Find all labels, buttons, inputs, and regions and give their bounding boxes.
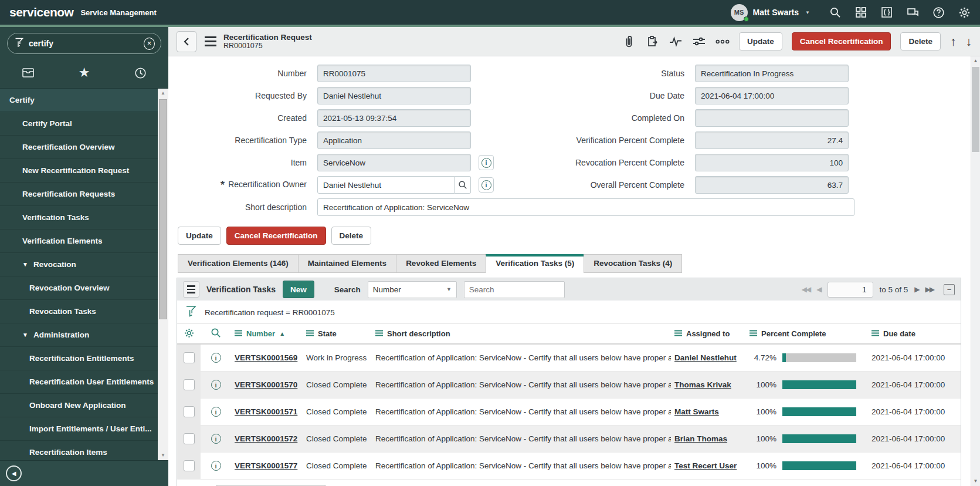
collapse-sidebar-icon[interactable]: ◀ — [6, 465, 22, 481]
chat-icon[interactable] — [906, 6, 919, 19]
sidebar-item[interactable]: Certify Portal — [0, 112, 158, 136]
column-header-short-description[interactable]: Short description — [372, 329, 671, 338]
cancel-recertification-button[interactable]: Cancel Recertification — [792, 32, 891, 50]
column-menu-icon[interactable] — [375, 329, 383, 338]
due-date-field[interactable]: 2021-06-04 17:00:00 — [695, 87, 849, 104]
item-field[interactable]: ServiceNow — [317, 154, 471, 171]
column-header-due-date[interactable]: Due date — [868, 329, 961, 338]
column-header-number[interactable]: Number ▲ — [231, 329, 303, 338]
navigator-search-input[interactable] — [29, 39, 144, 48]
show-filter-icon[interactable] — [692, 35, 706, 49]
activity-stream-icon[interactable] — [669, 35, 683, 49]
requested-by-field[interactable]: Daniel Nestlehut — [317, 87, 471, 104]
previous-page-icon[interactable]: ◀ — [816, 285, 820, 293]
attachment-icon[interactable] — [622, 35, 636, 49]
sidebar-item[interactable]: Recertification Entitlements — [0, 347, 158, 370]
avatar[interactable]: MS — [731, 4, 748, 21]
owner-info-button[interactable]: i — [479, 177, 494, 193]
short-description-field[interactable]: Recertification of Application: ServiceN… — [317, 198, 854, 216]
next-record-icon[interactable]: ↓ — [966, 35, 972, 49]
sidebar-item[interactable]: Recertification Overview — [0, 136, 158, 159]
number-field[interactable]: RR0001075 — [317, 65, 471, 82]
column-menu-icon[interactable] — [235, 329, 242, 338]
global-search-icon[interactable] — [829, 6, 842, 19]
more-options-icon[interactable] — [715, 35, 730, 49]
gear-icon[interactable] — [958, 6, 971, 19]
sidebar-item[interactable]: Recertification User Entitlements — [0, 370, 158, 394]
sidebar-item[interactable]: ▼Administration — [0, 323, 158, 347]
collapse-list-icon[interactable]: − — [944, 284, 955, 295]
last-page-icon[interactable]: ▶▶ — [925, 285, 934, 293]
sidebar-item[interactable]: Certify — [0, 89, 158, 112]
sidebar-item[interactable]: Verification Elements — [0, 230, 158, 253]
personalize-list-gear-icon[interactable] — [184, 328, 195, 340]
task-number-link[interactable]: VERTSK0001569 — [235, 353, 297, 362]
navigator-search[interactable]: × — [7, 33, 161, 54]
related-list-tab[interactable]: Revocation Tasks (4) — [584, 254, 682, 273]
clear-search-icon[interactable]: × — [144, 38, 155, 50]
row-checkbox[interactable] — [184, 379, 195, 390]
scroll-up-icon[interactable]: ▲ — [971, 56, 980, 66]
reference-lookup-icon[interactable] — [455, 176, 471, 194]
sidebar-item[interactable]: New Recertification Request — [0, 159, 158, 183]
assigned-to-link[interactable]: Test Recert User — [674, 461, 737, 470]
row-info-icon[interactable]: i — [211, 407, 221, 417]
column-header-percent-complete[interactable]: Percent Complete — [746, 329, 868, 338]
sidebar-item[interactable]: ▼Revocation — [0, 253, 158, 276]
recertification-type-field[interactable]: Application — [317, 131, 471, 149]
sidebar-item[interactable]: Revocation Tasks — [0, 300, 158, 323]
created-field[interactable]: 2021-05-13 09:37:54 — [317, 109, 471, 127]
first-page-icon[interactable]: ◀◀ — [802, 285, 810, 293]
column-menu-icon[interactable] — [750, 329, 757, 338]
assigned-to-link[interactable]: Thomas Krivak — [674, 380, 731, 389]
task-number-link[interactable]: VERTSK0001577 — [235, 461, 297, 470]
sidebar-item[interactable]: Recertification Items — [0, 441, 158, 460]
cancel-recertification-button-bottom[interactable]: Cancel Recertification — [226, 227, 326, 245]
scroll-down-icon[interactable]: ▼ — [158, 451, 168, 460]
item-info-button[interactable]: i — [479, 155, 494, 170]
main-scrollbar[interactable]: ▲ ▼ — [971, 56, 980, 486]
row-info-icon[interactable]: i — [211, 380, 221, 390]
scroll-down-icon[interactable]: ▼ — [971, 477, 980, 486]
user-menu[interactable]: MS Matt Swarts ▼ — [731, 4, 811, 21]
expanded-arrow-icon[interactable]: ▼ — [22, 332, 28, 338]
favorites-tab[interactable]: ★ — [56, 63, 113, 82]
funnel-icon[interactable] — [185, 305, 196, 319]
back-button[interactable] — [177, 31, 196, 52]
previous-record-icon[interactable]: ↑ — [950, 35, 957, 49]
related-list-tab[interactable]: Verification Tasks (5) — [486, 254, 584, 273]
sidebar-item[interactable]: Revocation Overview — [0, 276, 158, 300]
all-applications-tab[interactable] — [0, 63, 56, 82]
filter-breadcrumb[interactable]: Recertification request = RR0001075 — [205, 308, 335, 317]
sidebar-scrollbar[interactable]: ▲ ▼ — [158, 89, 168, 460]
next-page-icon[interactable]: ▶ — [914, 285, 918, 293]
related-list-tab[interactable]: Revoked Elements — [396, 254, 486, 273]
update-button-bottom[interactable]: Update — [178, 227, 221, 245]
task-number-link[interactable]: VERTSK0001570 — [235, 380, 297, 389]
task-number-link[interactable]: VERTSK0001572 — [235, 434, 297, 443]
list-search-input[interactable] — [464, 281, 565, 298]
scrollbar-thumb[interactable] — [159, 99, 167, 319]
row-checkbox[interactable] — [184, 406, 195, 417]
history-tab[interactable] — [112, 63, 168, 82]
assigned-to-link[interactable]: Daniel Nestlehut — [674, 353, 737, 362]
row-checkbox[interactable] — [184, 352, 195, 363]
column-header-state[interactable]: State — [303, 329, 372, 338]
clipboard-icon[interactable] — [645, 35, 659, 49]
related-list-tab[interactable]: Verification Elements (146) — [178, 254, 299, 273]
column-search-icon[interactable] — [211, 328, 221, 340]
sidebar-item[interactable]: Recertification Requests — [0, 183, 158, 206]
column-menu-icon[interactable] — [872, 329, 879, 338]
column-menu-icon[interactable] — [674, 329, 682, 338]
record-context-menu-icon[interactable] — [205, 36, 216, 46]
delete-button[interactable]: Delete — [900, 32, 941, 50]
row-checkbox[interactable] — [184, 433, 195, 444]
expanded-arrow-icon[interactable]: ▼ — [22, 261, 28, 268]
assigned-to-link[interactable]: Brian Thomas — [674, 434, 727, 443]
scroll-up-icon[interactable]: ▲ — [158, 89, 168, 98]
row-info-icon[interactable]: i — [211, 434, 221, 444]
search-field-select[interactable]: Number ▼ — [368, 281, 457, 298]
status-field[interactable]: Recertification In Progress — [695, 65, 849, 82]
scrollbar-thumb[interactable] — [972, 67, 979, 152]
delete-button-bottom[interactable]: Delete — [331, 227, 372, 245]
